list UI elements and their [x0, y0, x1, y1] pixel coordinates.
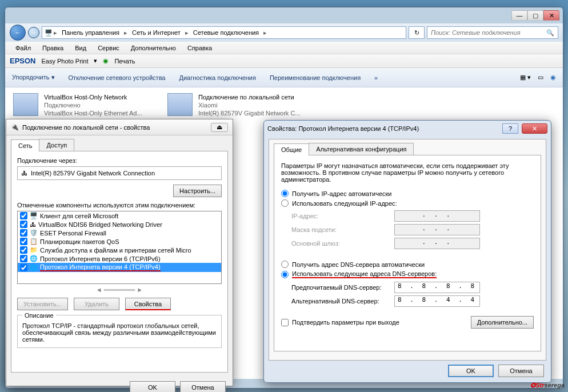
tab-access[interactable]: Доступ	[39, 139, 74, 151]
view-icon[interactable]: ▦ ▾	[520, 74, 531, 81]
cancel-button[interactable]: Отмена	[498, 365, 544, 377]
list-item[interactable]: 🌐Протокол Интернета версии 6 (TCP/IPv6)	[18, 254, 221, 263]
chevron-down-icon: ▾	[51, 74, 55, 81]
chevron-right-icon: ▸	[124, 29, 127, 37]
epson-logo: EPSON	[10, 57, 36, 65]
checkbox[interactable]	[20, 246, 27, 254]
connection-status: Подключено	[44, 101, 142, 109]
list-item[interactable]: 📁Служба доступа к файлам и принтерам сет…	[18, 246, 221, 254]
cancel-button[interactable]: Отмена	[180, 381, 226, 392]
close-button[interactable]: ✕	[543, 10, 559, 21]
maximize-button[interactable]: ▢	[527, 10, 543, 21]
protocol-icon: 🌐	[30, 264, 38, 271]
titlebar: — ▢ ✕	[5, 7, 563, 23]
ok-button[interactable]: OK	[448, 365, 494, 377]
more-button[interactable]: »	[374, 74, 378, 81]
configure-button[interactable]: Настроить...	[173, 185, 222, 197]
tab-network[interactable]: Сеть	[11, 139, 39, 151]
firewall-icon: 🛡️	[30, 229, 38, 237]
minimize-button[interactable]: —	[511, 10, 527, 21]
menu-service[interactable]: Сервис	[92, 43, 125, 53]
close-button[interactable]: ✕	[522, 123, 547, 134]
component-label: Протокол Интернета версии 4 (TCP/IPv4)	[40, 263, 161, 271]
connection-lan[interactable]: Подключение по локальной сети Xiaomi Int…	[167, 93, 310, 117]
connection-status: Xiaomi	[198, 101, 301, 109]
network-adapter-icon	[167, 93, 193, 116]
radio-auto-dns[interactable]	[281, 261, 289, 268]
radio-label: Использовать следующий IP-адрес:	[292, 200, 397, 207]
dialog-titlebar: Свойства: Протокол Интернета версии 4 (T…	[264, 121, 551, 137]
remove-button[interactable]: Удалить	[74, 298, 119, 310]
list-item[interactable]: 🖧VirtualBox NDIS6 Bridged Networking Dri…	[18, 220, 221, 229]
list-item[interactable]: 🖥️Клиент для сетей Microsoft	[18, 211, 221, 220]
checkbox[interactable]	[20, 221, 27, 228]
breadcrumb[interactable]: 🖥️ ▸ Панель управления ▸ Сеть и Интернет…	[42, 26, 406, 39]
connection-adapter: VirtualBox Host-Only Ethernet Ad...	[44, 109, 142, 117]
checkbox[interactable]	[20, 264, 27, 271]
ok-button[interactable]: OK	[130, 381, 175, 392]
dialog-titlebar: 🔌 Подключение по локальной сети - свойст…	[6, 119, 233, 135]
validate-label: Подтвердить параметры при выходе	[292, 319, 467, 326]
alternate-dns-label: Альтернативный DNS-сервер:	[291, 298, 394, 305]
checkbox[interactable]	[20, 238, 27, 245]
preview-icon[interactable]: ▭	[538, 74, 543, 81]
dropdown-icon[interactable]: ▾	[94, 57, 97, 65]
service-icon: 📁	[30, 246, 38, 254]
rename-button[interactable]: Переименование подключения	[270, 74, 361, 81]
back-button[interactable]: ←	[10, 25, 26, 41]
connect-using-label: Подключение через:	[17, 157, 222, 164]
subnet-mask-input: . . .	[394, 224, 480, 235]
dialog-title: Свойства: Протокол Интернета версии 4 (T…	[267, 125, 499, 132]
breadcrumb-network-internet[interactable]: Сеть и Интернет	[129, 28, 184, 37]
preferred-dns-input[interactable]: 8 . 8 . 8 . 8	[394, 282, 480, 293]
component-list[interactable]: 🖥️Клиент для сетей Microsoft 🖧VirtualBox…	[17, 211, 222, 284]
radio-manual-ip[interactable]	[281, 199, 289, 207]
easy-photo-print[interactable]: Easy Photo Print	[42, 58, 89, 65]
menu-view[interactable]: Вид	[69, 43, 92, 53]
list-item-selected[interactable]: 🌐Протокол Интернета версии 4 (TCP/IPv4)	[18, 263, 221, 272]
search-box[interactable]: 🔍	[427, 26, 558, 39]
connection-virtualbox[interactable]: VirtualBox Host-Only Network Подключено …	[13, 93, 156, 117]
checkbox[interactable]	[20, 255, 27, 262]
list-item[interactable]: 📋Планировщик пакетов QoS	[18, 237, 221, 246]
menubar: Файл Правка Вид Сервис Дополнительно Спр…	[5, 42, 563, 54]
forward-button[interactable]: →	[28, 27, 39, 38]
menu-edit[interactable]: Правка	[37, 43, 69, 53]
checkbox[interactable]	[20, 212, 27, 219]
ip-address-input: . . .	[394, 210, 480, 222]
description-text: Протокол TCP/IP - стандартный протокол г…	[22, 322, 217, 343]
list-item[interactable]: 🛡️ESET Personal Firewall	[18, 229, 221, 237]
tab-alternate[interactable]: Альтернативная конфигурация	[309, 143, 414, 155]
install-button[interactable]: Установить...	[17, 298, 68, 310]
epson-toolbar: EPSON Easy Photo Print ▾ ◉ Печать	[5, 54, 563, 68]
refresh-button[interactable]: ↻	[409, 26, 425, 39]
component-label: Клиент для сетей Microsoft	[40, 213, 118, 219]
menu-help[interactable]: Справка	[182, 43, 218, 53]
breadcrumb-control-panel[interactable]: Панель управления	[58, 28, 123, 37]
disable-device-button[interactable]: Отключение сетевого устройства	[69, 74, 166, 81]
checkbox[interactable]	[20, 229, 27, 237]
radio-auto-ip[interactable]	[281, 190, 289, 197]
eject-button[interactable]: ⏏	[211, 123, 228, 132]
print-button[interactable]: Печать	[114, 58, 135, 65]
component-label: Планировщик пакетов QoS	[40, 238, 119, 245]
tab-general[interactable]: Общие	[274, 143, 309, 155]
intro-text: Параметры IP могут назначаться автоматич…	[281, 162, 534, 183]
search-input[interactable]	[431, 29, 546, 36]
diagnose-button[interactable]: Диагностика подключения	[179, 74, 255, 81]
gateway-input: . . .	[394, 238, 480, 249]
radio-label: Использовать следующие адреса DNS-сервер…	[292, 270, 437, 278]
menu-file[interactable]: Файл	[10, 43, 37, 53]
breadcrumb-network-connections[interactable]: Сетевые подключения	[190, 28, 262, 37]
organize-button[interactable]: Упорядочить ▾	[12, 74, 55, 81]
alternate-dns-input[interactable]: 8 . 8 . 4 . 4	[394, 295, 480, 307]
radio-manual-dns[interactable]	[281, 271, 289, 278]
validate-checkbox[interactable]	[281, 319, 289, 326]
help-icon[interactable]: ◉	[550, 74, 556, 81]
menu-extra[interactable]: Дополнительно	[125, 43, 182, 53]
protocol-icon: 🌐	[30, 255, 38, 262]
advanced-button[interactable]: Дополнительно...	[471, 316, 534, 329]
component-label: VirtualBox NDIS6 Bridged Networking Driv…	[38, 221, 162, 228]
properties-button[interactable]: Свойства	[125, 298, 171, 310]
help-button[interactable]: ?	[502, 123, 518, 134]
